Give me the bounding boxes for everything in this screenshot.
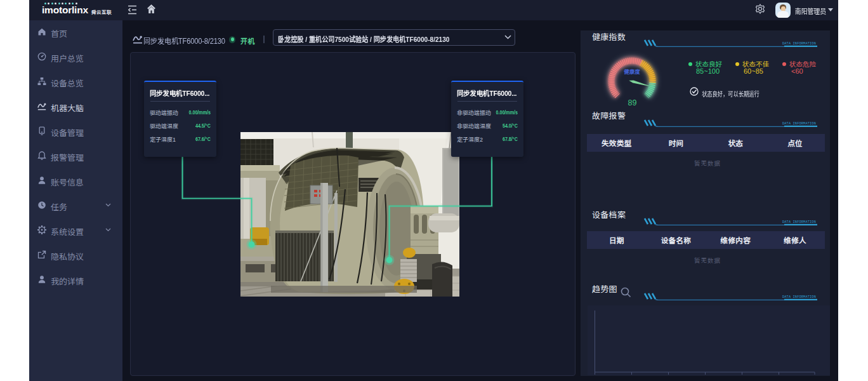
svg-text:DATA INFORMATION: DATA INFORMATION xyxy=(782,295,816,299)
svg-text:DATA INFORMATION: DATA INFORMATION xyxy=(782,220,816,224)
svg-text:89: 89 xyxy=(628,98,637,107)
svg-text:DATA INFORMATION: DATA INFORMATION xyxy=(782,122,816,126)
svg-text:DATA INFORMATION: DATA INFORMATION xyxy=(782,42,816,46)
svg-text:健康度: 健康度 xyxy=(624,67,640,75)
